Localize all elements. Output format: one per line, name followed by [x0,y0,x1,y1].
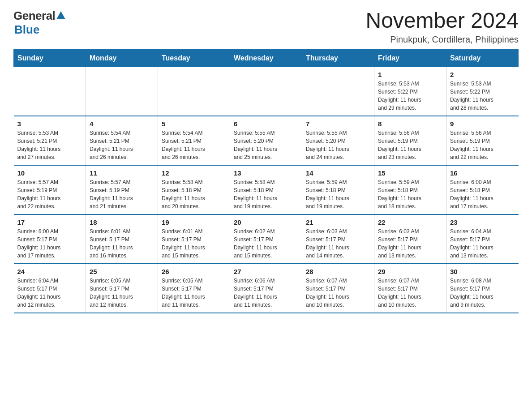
day-info: Sunrise: 5:56 AM Sunset: 5:19 PM Dayligh… [450,129,515,161]
week-row-1: 1Sunrise: 5:53 AM Sunset: 5:22 PM Daylig… [14,67,519,116]
day-cell: 19Sunrise: 6:01 AM Sunset: 5:17 PM Dayli… [158,214,230,264]
day-cell: 2Sunrise: 5:53 AM Sunset: 5:22 PM Daylig… [446,67,519,116]
day-number: 15 [378,169,442,177]
day-info: Sunrise: 5:57 AM Sunset: 5:19 PM Dayligh… [17,178,82,210]
month-title: November 2024 [365,9,519,33]
day-cell: 6Sunrise: 5:55 AM Sunset: 5:20 PM Daylig… [230,116,302,165]
day-number: 3 [17,120,82,128]
day-info: Sunrise: 6:01 AM Sunset: 5:17 PM Dayligh… [90,227,154,260]
svg-marker-0 [56,11,65,19]
day-cell: 25Sunrise: 6:05 AM Sunset: 5:17 PM Dayli… [86,264,158,313]
day-number: 10 [17,169,82,177]
day-number: 16 [450,169,515,177]
header: General Blue November 2024 Pinukpuk, Cor… [13,9,519,45]
week-row-5: 24Sunrise: 6:04 AM Sunset: 5:17 PM Dayli… [14,264,519,313]
header-cell-wednesday: Wednesday [230,49,302,67]
day-info: Sunrise: 6:05 AM Sunset: 5:17 PM Dayligh… [162,277,226,309]
day-number: 25 [90,268,154,275]
day-cell: 4Sunrise: 5:54 AM Sunset: 5:21 PM Daylig… [86,116,158,165]
header-cell-monday: Monday [86,49,158,67]
week-row-4: 17Sunrise: 6:00 AM Sunset: 5:17 PM Dayli… [14,214,519,264]
day-cell: 18Sunrise: 6:01 AM Sunset: 5:17 PM Dayli… [86,214,158,264]
day-number: 2 [450,71,515,78]
day-cell: 26Sunrise: 6:05 AM Sunset: 5:17 PM Dayli… [158,264,230,313]
day-cell: 8Sunrise: 5:56 AM Sunset: 5:19 PM Daylig… [374,116,446,165]
calendar-header: SundayMondayTuesdayWednesdayThursdayFrid… [14,49,519,67]
day-info: Sunrise: 6:02 AM Sunset: 5:17 PM Dayligh… [234,227,298,260]
logo: General [13,9,66,23]
day-info: Sunrise: 5:55 AM Sunset: 5:20 PM Dayligh… [234,129,298,161]
day-info: Sunrise: 5:57 AM Sunset: 5:19 PM Dayligh… [90,178,154,210]
logo-area: General Blue [13,9,66,37]
day-cell: 13Sunrise: 5:58 AM Sunset: 5:18 PM Dayli… [230,165,302,214]
day-number: 27 [234,268,298,275]
day-info: Sunrise: 6:06 AM Sunset: 5:17 PM Dayligh… [234,277,298,309]
day-cell: 15Sunrise: 5:59 AM Sunset: 5:18 PM Dayli… [374,165,446,214]
day-info: Sunrise: 6:07 AM Sunset: 5:17 PM Dayligh… [306,277,370,309]
day-info: Sunrise: 5:53 AM Sunset: 5:22 PM Dayligh… [378,80,442,112]
week-row-2: 3Sunrise: 5:53 AM Sunset: 5:21 PM Daylig… [14,116,519,165]
day-info: Sunrise: 5:59 AM Sunset: 5:18 PM Dayligh… [306,178,370,210]
logo-triangle-icon [56,10,65,22]
day-info: Sunrise: 5:54 AM Sunset: 5:21 PM Dayligh… [90,129,154,161]
day-info: Sunrise: 6:03 AM Sunset: 5:17 PM Dayligh… [306,227,370,260]
day-number: 11 [90,169,154,177]
day-number: 26 [162,268,226,275]
day-cell: 24Sunrise: 6:04 AM Sunset: 5:17 PM Dayli… [14,264,86,313]
day-info: Sunrise: 6:04 AM Sunset: 5:17 PM Dayligh… [450,227,515,260]
day-cell: 23Sunrise: 6:04 AM Sunset: 5:17 PM Dayli… [446,214,519,264]
day-number: 8 [378,120,442,128]
header-row: SundayMondayTuesdayWednesdayThursdayFrid… [14,49,519,67]
calendar-body: 1Sunrise: 5:53 AM Sunset: 5:22 PM Daylig… [14,67,519,313]
day-number: 20 [234,218,298,226]
day-cell: 9Sunrise: 5:56 AM Sunset: 5:19 PM Daylig… [446,116,519,165]
day-info: Sunrise: 5:53 AM Sunset: 5:21 PM Dayligh… [17,129,82,161]
header-cell-saturday: Saturday [446,49,519,67]
day-number: 30 [450,268,515,275]
day-info: Sunrise: 6:07 AM Sunset: 5:17 PM Dayligh… [378,277,442,309]
day-number: 14 [306,169,370,177]
day-cell: 27Sunrise: 6:06 AM Sunset: 5:17 PM Dayli… [230,264,302,313]
logo-blue-text: Blue [14,23,39,37]
header-cell-friday: Friday [374,49,446,67]
day-cell: 14Sunrise: 5:59 AM Sunset: 5:18 PM Dayli… [302,165,374,214]
calendar-table: SundayMondayTuesdayWednesdayThursdayFrid… [13,49,519,313]
header-cell-sunday: Sunday [14,49,86,67]
day-cell: 22Sunrise: 6:03 AM Sunset: 5:17 PM Dayli… [374,214,446,264]
location-title: Pinukpuk, Cordillera, Philippines [365,34,519,45]
day-number: 21 [306,218,370,226]
day-cell: 17Sunrise: 6:00 AM Sunset: 5:17 PM Dayli… [14,214,86,264]
day-cell: 16Sunrise: 6:00 AM Sunset: 5:18 PM Dayli… [446,165,519,214]
day-cell: 1Sunrise: 5:53 AM Sunset: 5:22 PM Daylig… [374,67,446,116]
day-number: 29 [378,268,442,275]
day-cell: 3Sunrise: 5:53 AM Sunset: 5:21 PM Daylig… [14,116,86,165]
day-info: Sunrise: 6:05 AM Sunset: 5:17 PM Dayligh… [90,277,154,309]
day-info: Sunrise: 5:56 AM Sunset: 5:19 PM Dayligh… [378,129,442,161]
day-info: Sunrise: 6:08 AM Sunset: 5:17 PM Dayligh… [450,277,515,309]
day-info: Sunrise: 6:04 AM Sunset: 5:17 PM Dayligh… [17,277,82,309]
day-cell [230,67,302,116]
day-number: 6 [234,120,298,128]
day-info: Sunrise: 6:01 AM Sunset: 5:17 PM Dayligh… [162,227,226,260]
day-number: 9 [450,120,515,128]
day-info: Sunrise: 5:58 AM Sunset: 5:18 PM Dayligh… [162,178,226,210]
header-cell-tuesday: Tuesday [158,49,230,67]
logo-line2: Blue [13,23,39,37]
day-info: Sunrise: 5:58 AM Sunset: 5:18 PM Dayligh… [234,178,298,210]
day-info: Sunrise: 5:53 AM Sunset: 5:22 PM Dayligh… [450,80,515,112]
day-number: 7 [306,120,370,128]
day-number: 1 [378,71,442,78]
day-cell: 28Sunrise: 6:07 AM Sunset: 5:17 PM Dayli… [302,264,374,313]
day-number: 17 [17,218,82,226]
day-cell [302,67,374,116]
day-cell: 5Sunrise: 5:54 AM Sunset: 5:21 PM Daylig… [158,116,230,165]
day-cell: 12Sunrise: 5:58 AM Sunset: 5:18 PM Dayli… [158,165,230,214]
header-cell-thursday: Thursday [302,49,374,67]
day-info: Sunrise: 5:55 AM Sunset: 5:20 PM Dayligh… [306,129,370,161]
day-info: Sunrise: 5:59 AM Sunset: 5:18 PM Dayligh… [378,178,442,210]
day-cell: 29Sunrise: 6:07 AM Sunset: 5:17 PM Dayli… [374,264,446,313]
day-number: 28 [306,268,370,275]
day-info: Sunrise: 5:54 AM Sunset: 5:21 PM Dayligh… [162,129,226,161]
day-info: Sunrise: 6:00 AM Sunset: 5:17 PM Dayligh… [17,227,82,260]
day-number: 18 [90,218,154,226]
